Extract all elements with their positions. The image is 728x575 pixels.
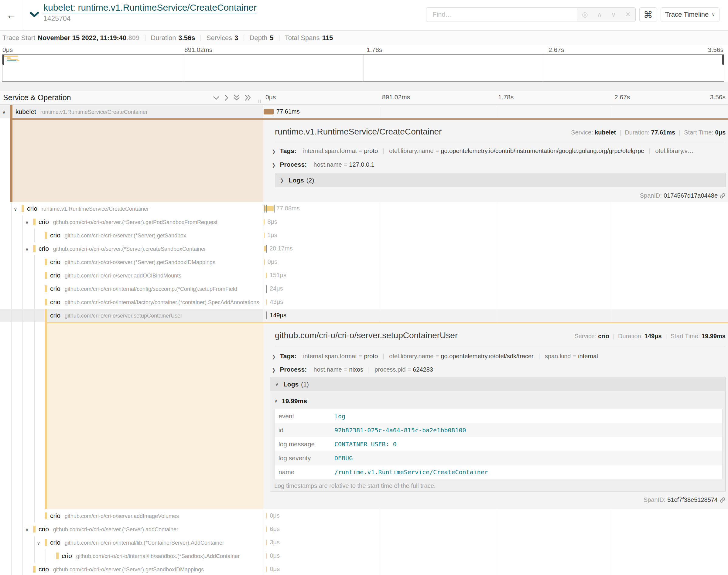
span-duration-bar[interactable]: [264, 109, 274, 114]
span-row-label[interactable]: ∨ kubelet runtime.v1.RuntimeService/Crea…: [0, 105, 263, 119]
span-row[interactable]: ∨ crio runtime.v1.RuntimeService/CreateC…: [0, 202, 728, 215]
span-row-timeline[interactable]: 151μs: [263, 269, 728, 282]
service-name: kubelet: [15, 108, 36, 115]
span-duration-bar[interactable]: [266, 567, 267, 572]
indent-guide: [23, 322, 23, 509]
span-duration-bar[interactable]: [266, 299, 267, 305]
span-row-timeline[interactable]: 0μs: [263, 563, 728, 575]
span-row[interactable]: ∨ crio github.com/cri-o/cri-o/server.(*S…: [0, 242, 728, 255]
span-row-timeline[interactable]: 20.17ms: [263, 242, 728, 255]
span-duration-label: 3μs: [270, 539, 280, 546]
collapse-one-icon[interactable]: [212, 96, 220, 101]
process-row[interactable]: ❯ Process: host.name=nixos | process.pid…: [272, 366, 726, 373]
span-row[interactable]: ∨ crio github.com/cri-o/cri-o/server.(*S…: [0, 522, 728, 536]
expand-all-icon[interactable]: [244, 94, 252, 103]
span-row[interactable]: ∨ crio github.com/cri-o/cri-o/internal/l…: [0, 536, 728, 549]
log-entry-header[interactable]: ∨ 19.99ms: [274, 397, 307, 405]
span-row-timeline[interactable]: 0μs: [263, 255, 728, 269]
span-duration-bar[interactable]: [266, 527, 267, 532]
logs-accordion-header[interactable]: ∨ Logs (1): [270, 377, 725, 391]
span-row[interactable]: crio github.com/cri-o/cri-o/internal/lib…: [0, 549, 728, 563]
keyboard-shortcuts-button[interactable]: ⌘: [639, 7, 657, 22]
span-duration-bar[interactable]: [266, 273, 267, 278]
clear-find-icon[interactable]: ✕: [625, 11, 630, 19]
span-row[interactable]: crio github.com/cri-o/cri-o/server.setup…: [0, 309, 728, 322]
span-row-timeline[interactable]: 3μs: [263, 536, 728, 549]
depth-label: Depth: [250, 34, 268, 42]
logs-accordion-collapsed[interactable]: ❯ Logs (2): [275, 173, 726, 187]
span-row[interactable]: crio github.com/cri-o/cri-o/server.(*Ser…: [0, 563, 728, 575]
span-duration-label: 77.61ms: [276, 108, 300, 115]
tick-label: 0μs: [2, 46, 13, 54]
span-row-timeline[interactable]: 0μs: [263, 549, 728, 563]
span-row-timeline[interactable]: 6μs: [263, 522, 728, 536]
span-row[interactable]: crio github.com/cri-o/cri-o/server.addIm…: [0, 509, 728, 522]
logs-accordion-expanded: ∨ Logs (1) ∨ 19.99ms eventlog id92b82381…: [270, 377, 726, 492]
operation-name: runtime.v1.RuntimeService/CreateContaine…: [40, 109, 147, 115]
prev-match-icon[interactable]: ∧: [597, 11, 602, 19]
span-row[interactable]: crio github.com/cri-o/cri-o/server.(*Ser…: [0, 255, 728, 269]
operation-name: github.com/cri-o/cri-o/server.(*Server).…: [53, 567, 204, 573]
span-row-label[interactable]: ∨ crio runtime.v1.RuntimeService/CreateC…: [0, 202, 263, 215]
span-duration-bar[interactable]: [264, 233, 265, 238]
span-row-timeline[interactable]: 0μs: [263, 509, 728, 522]
depth-value: 5: [270, 34, 273, 42]
span-row-label[interactable]: crio github.com/cri-o/cri-o/server.setup…: [0, 309, 263, 322]
span-row-label[interactable]: ∨ crio github.com/cri-o/cri-o/internal/l…: [0, 536, 263, 549]
column-resize-handle[interactable]: [259, 100, 261, 103]
copy-link-icon[interactable]: [720, 497, 726, 503]
span-row-label[interactable]: crio github.com/cri-o/cri-o/server.(*Ser…: [0, 229, 263, 242]
span-duration-bar[interactable]: [266, 553, 267, 559]
minimap-right-handle[interactable]: [722, 55, 724, 65]
span-row-label[interactable]: crio github.com/cri-o/cri-o/server.addIm…: [0, 509, 263, 522]
next-match-icon[interactable]: ∨: [611, 11, 616, 19]
span-row-label[interactable]: crio github.com/cri-o/cri-o/server.(*Ser…: [0, 255, 263, 269]
span-row[interactable]: crio github.com/cri-o/cri-o/internal/fac…: [0, 295, 728, 309]
operation-name: github.com/cri-o/cri-o/server.(*Server).…: [53, 527, 178, 533]
trace-minimap[interactable]: [2, 54, 724, 82]
span-row[interactable]: ∨ kubelet runtime.v1.RuntimeService/Crea…: [0, 105, 728, 119]
span-row-timeline[interactable]: 8μs: [263, 215, 728, 229]
span-row-timeline[interactable]: 77.61ms: [263, 105, 728, 119]
span-row-timeline[interactable]: 149μs: [263, 309, 728, 322]
span-duration-bar[interactable]: [266, 513, 267, 518]
span-row-label[interactable]: crio github.com/cri-o/cri-o/server.(*Ser…: [0, 563, 263, 575]
span-duration-bar[interactable]: [264, 206, 274, 211]
expand-one-icon[interactable]: [224, 94, 229, 103]
span-row[interactable]: crio github.com/cri-o/cri-o/internal/con…: [0, 282, 728, 295]
chevron-down-icon: ∨: [712, 12, 715, 17]
span-duration-bar[interactable]: [264, 219, 265, 225]
find-input[interactable]: [426, 8, 577, 22]
process-row[interactable]: ❯ Process: host.name=127.0.0.1: [272, 161, 726, 168]
span-row-label[interactable]: ∨ crio github.com/cri-o/cri-o/server.(*S…: [0, 242, 263, 255]
trace-view-select[interactable]: Trace Timeline ∨: [661, 7, 720, 22]
focus-match-icon[interactable]: ◎: [582, 11, 588, 19]
tags-row[interactable]: ❯ Tags: internal.span.format=proto | ote…: [272, 147, 726, 155]
span-row[interactable]: crio github.com/cri-o/cri-o/server.(*Ser…: [0, 229, 728, 242]
span-duration-bar[interactable]: [264, 259, 265, 265]
span-row-timeline[interactable]: 43μs: [263, 295, 728, 309]
span-row-timeline[interactable]: 77.08ms: [263, 202, 728, 215]
span-row-timeline[interactable]: 24μs: [263, 282, 728, 295]
span-row-label[interactable]: ∨ crio github.com/cri-o/cri-o/server.(*S…: [0, 215, 263, 229]
trace-title-link[interactable]: kubelet: runtime.v1.RuntimeService/Creat…: [43, 2, 257, 13]
collapse-trace-header-icon[interactable]: [29, 11, 39, 19]
service-name: crio: [50, 285, 60, 292]
collapse-all-icon[interactable]: [233, 94, 240, 103]
span-row-label[interactable]: crio github.com/cri-o/cri-o/internal/con…: [0, 282, 263, 295]
span-row-label[interactable]: crio github.com/cri-o/cri-o/internal/fac…: [0, 295, 263, 309]
span-row-label[interactable]: ∨ crio github.com/cri-o/cri-o/server.(*S…: [0, 522, 263, 536]
tags-row[interactable]: ❯ Tags: internal.span.format=proto | ote…: [272, 352, 726, 360]
span-row-timeline[interactable]: 1μs: [263, 229, 728, 242]
operation-name: github.com/cri-o/cri-o/internal/config/s…: [65, 286, 237, 292]
copy-link-icon[interactable]: [720, 193, 726, 199]
operation-name: runtime.v1.RuntimeService/CreateContaine…: [42, 206, 149, 212]
span-id-row: SpanID:0174567d17a0448e: [640, 192, 726, 199]
span-duration-bar[interactable]: [266, 540, 267, 545]
span-row-label[interactable]: crio github.com/cri-o/cri-o/internal/lib…: [0, 549, 263, 563]
back-button[interactable]: ←: [0, 0, 23, 30]
span-row-label[interactable]: crio github.com/cri-o/cri-o/server.addOC…: [0, 269, 263, 282]
log-note: Log timestamps are relative to the start…: [274, 482, 435, 489]
span-row[interactable]: crio github.com/cri-o/cri-o/server.addOC…: [0, 269, 728, 282]
span-row[interactable]: ∨ crio github.com/cri-o/cri-o/server.(*S…: [0, 215, 728, 229]
